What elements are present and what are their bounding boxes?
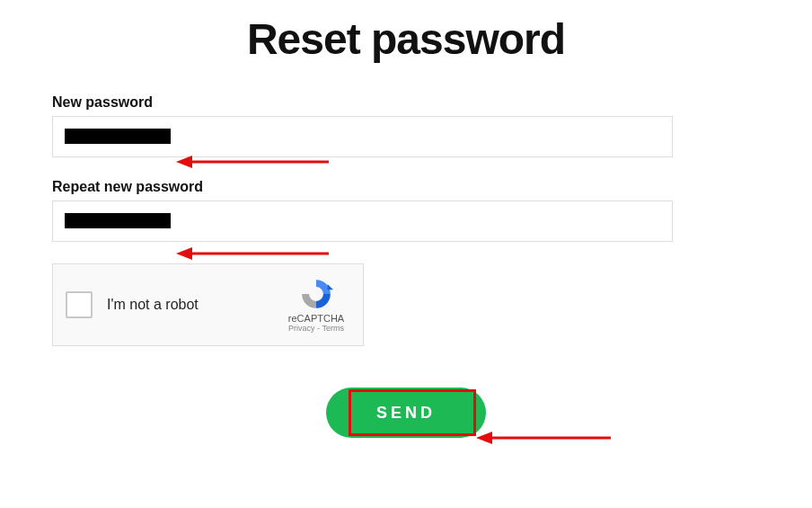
recaptcha-brand-text: reCAPTCHA — [282, 313, 350, 324]
repeat-password-label: Repeat new password — [52, 179, 760, 195]
new-password-group: New password — [52, 94, 760, 157]
recaptcha-privacy-link[interactable]: Privacy — [288, 324, 315, 333]
repeat-password-input[interactable] — [52, 201, 673, 242]
new-password-label: New password — [52, 94, 760, 111]
send-button[interactable]: SEND — [326, 388, 486, 438]
recaptcha-icon — [299, 277, 333, 311]
recaptcha-label: I'm not a robot — [107, 297, 282, 313]
recaptcha-checkbox[interactable] — [66, 291, 93, 318]
recaptcha-brand: reCAPTCHA Privacy - Terms — [282, 277, 350, 333]
recaptcha-terms-link[interactable]: Terms — [322, 324, 344, 333]
page-title: Reset password — [52, 14, 760, 64]
svg-marker-0 — [328, 284, 333, 290]
new-password-input[interactable] — [52, 116, 673, 157]
repeat-password-group: Repeat new password — [52, 179, 760, 242]
recaptcha-widget: I'm not a robot reCAPTCHA Privacy - Term… — [52, 263, 364, 346]
